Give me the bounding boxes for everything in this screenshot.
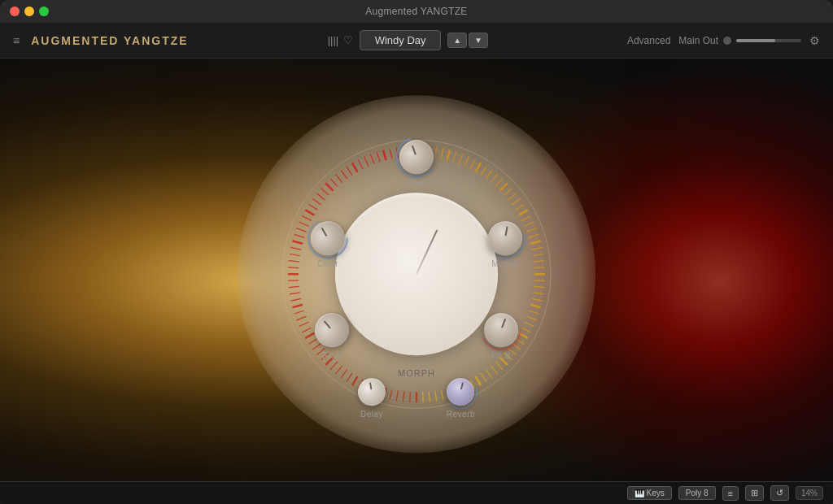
svg-line-68: [396, 390, 398, 401]
svg-line-36: [534, 280, 545, 281]
svg-line-18: [491, 174, 497, 182]
svg-line-98: [290, 254, 300, 255]
svg-line-76: [347, 373, 352, 382]
main-content: // We'll use CSS/JS to draw ticks Time: [0, 59, 833, 504]
grid-view-button[interactable]: ⊞: [745, 485, 764, 501]
minimize-button[interactable]: [24, 7, 34, 16]
svg-line-79: [330, 362, 338, 370]
svg-line-23: [512, 198, 521, 205]
bars-icon[interactable]: ||||: [328, 34, 339, 46]
svg-line-16: [481, 167, 486, 176]
fxa-knob-container: FX A: [315, 313, 349, 360]
svg-line-117: [364, 157, 369, 167]
disc-container: // We'll use CSS/JS to draw ticks Time: [238, 95, 595, 453]
svg-line-20: [500, 183, 508, 190]
time-knob-container: Time: [399, 140, 434, 187]
svg-line-94: [288, 280, 299, 281]
svg-line-63: [429, 391, 430, 402]
advanced-button[interactable]: Advanced: [627, 35, 670, 46]
top-bar-left: ≡ AUGMENTED YANGTZE: [13, 34, 189, 47]
svg-line-53: [486, 370, 492, 379]
svg-line-30: [530, 241, 541, 243]
svg-line-34: [534, 267, 545, 268]
traffic-lights: [10, 7, 49, 16]
window-title: Augmented YANGTZE: [365, 6, 467, 17]
title-bar: Augmented YANGTZE: [0, 0, 833, 23]
svg-line-32: [533, 254, 543, 255]
next-preset-button[interactable]: ▼: [469, 33, 488, 48]
svg-line-87: [299, 322, 309, 326]
svg-line-24: [516, 204, 525, 210]
svg-line-66: [410, 392, 411, 402]
motion-label: Motion: [491, 259, 518, 268]
hamburger-icon[interactable]: ≡: [13, 34, 20, 47]
fxa-label: FX A: [322, 351, 342, 360]
svg-line-39: [532, 298, 543, 301]
svg-line-108: [316, 193, 325, 200]
poly-button[interactable]: Poly 8: [678, 486, 716, 500]
svg-line-120: [383, 150, 386, 161]
volume-slider[interactable]: [736, 39, 801, 42]
motion-knob-container: Motion: [488, 221, 522, 268]
outer-ring: // We'll use CSS/JS to draw ticks Time: [238, 95, 595, 453]
svg-line-100: [292, 241, 303, 243]
main-out-control: Main Out: [678, 35, 801, 46]
preset-name[interactable]: Windy Day: [360, 30, 441, 50]
svg-line-113: [341, 170, 347, 179]
list-view-button[interactable]: ≡: [722, 486, 739, 501]
top-bar-right: Advanced Main Out ⚙: [627, 34, 820, 47]
svg-line-22: [508, 193, 517, 200]
prev-preset-button[interactable]: ▲: [447, 33, 467, 48]
svg-line-13: [464, 157, 469, 167]
top-bar: ≡ AUGMENTED YANGTZE |||| ♡ Windy Day ▲ ▼…: [0, 23, 833, 59]
svg-line-78: [336, 366, 342, 374]
svg-line-43: [524, 322, 534, 326]
bottom-bar: 🎹 Keys Poly 8 ≡ ⊞ ↺ 14%: [0, 481, 833, 504]
svg-line-9: [441, 149, 443, 159]
svg-line-97: [289, 261, 299, 262]
morph-label: MORPH: [398, 368, 435, 378]
svg-line-109: [321, 188, 329, 195]
svg-line-69: [390, 389, 392, 400]
rewind-button[interactable]: ↺: [770, 485, 789, 501]
maximize-button[interactable]: [39, 7, 49, 16]
svg-line-96: [288, 267, 299, 268]
svg-line-107: [312, 198, 321, 205]
svg-line-31: [532, 247, 543, 250]
svg-line-51: [495, 362, 503, 370]
delay-knob[interactable]: [355, 376, 387, 408]
morph-disc[interactable]: MORPH: [335, 193, 498, 355]
svg-line-40: [530, 305, 541, 307]
close-button[interactable]: [10, 7, 20, 16]
svg-line-90: [292, 305, 303, 307]
svg-line-114: [347, 167, 352, 176]
svg-line-21: [504, 188, 512, 195]
svg-line-112: [336, 174, 342, 182]
svg-line-111: [330, 179, 338, 187]
time-label: Time: [407, 178, 426, 187]
fxa-knob[interactable]: [307, 306, 355, 354]
settings-icon[interactable]: ⚙: [809, 34, 820, 47]
favorite-icon[interactable]: ♡: [343, 34, 353, 46]
delay-label: Delay: [360, 410, 383, 419]
svg-line-121: [390, 149, 392, 159]
svg-line-67: [403, 391, 403, 402]
svg-line-93: [289, 286, 299, 287]
preset-controls: |||| ♡: [328, 34, 354, 46]
svg-line-17: [486, 170, 492, 179]
svg-line-10: [447, 150, 450, 161]
output-dot: [723, 37, 731, 45]
morph-indicator-line: [416, 229, 438, 274]
keys-button[interactable]: 🎹 Keys: [627, 486, 672, 500]
svg-line-54: [481, 373, 486, 382]
delay-knob-container: Delay: [358, 378, 386, 419]
main-out-label: Main Out: [678, 35, 718, 46]
preset-nav-arrows: ▲ ▼: [447, 33, 488, 48]
svg-line-106: [308, 204, 317, 210]
svg-line-99: [290, 247, 301, 250]
piano-icon: 🎹: [635, 489, 644, 497]
svg-line-92: [290, 293, 300, 294]
top-bar-center: |||| ♡ Windy Day ▲ ▼: [328, 30, 488, 50]
svg-line-33: [534, 261, 544, 262]
svg-line-52: [491, 366, 497, 374]
